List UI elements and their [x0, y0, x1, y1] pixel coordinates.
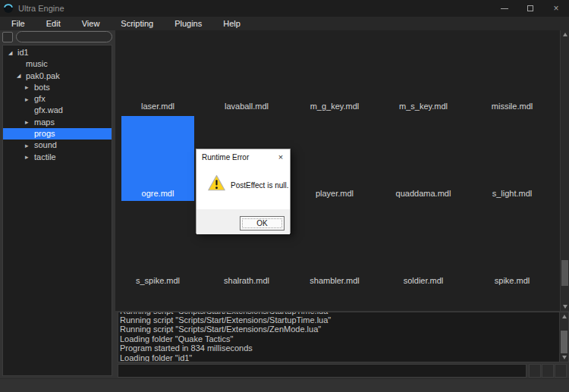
menu-help[interactable]: Help [212, 17, 251, 30]
sidebar-search-input[interactable] [16, 31, 112, 42]
menu-file[interactable]: File [1, 17, 36, 30]
asset-item[interactable]: s_spike.mdl [121, 203, 194, 288]
dialog-title-bar: Runtime Error × [196, 149, 290, 165]
status-bar [0, 378, 569, 392]
scroll-down-icon[interactable] [561, 303, 569, 311]
dialog-body: PostEffect is null. [196, 165, 290, 209]
collapsed-arrow-icon[interactable] [25, 81, 34, 93]
tree-item-maps[interactable]: maps [3, 117, 112, 128]
collapsed-arrow-icon[interactable] [25, 151, 34, 163]
scroll-down-icon[interactable] [560, 353, 568, 362]
collapsed-arrow-icon[interactable] [25, 116, 34, 128]
console-line: Loading folder "Quake Tactics" [120, 334, 558, 343]
menu-bar: File Edit View Scripting Plugins Help [0, 17, 569, 30]
tree-item-bots[interactable]: bots [3, 82, 112, 93]
scrollbar-thumb[interactable] [561, 331, 567, 353]
minimize-button[interactable] [492, 0, 517, 17]
expanded-arrow-icon[interactable] [8, 47, 17, 59]
dialog-message: PostEffect is null. [231, 181, 289, 190]
asset-item[interactable]: quaddama.mdl [387, 116, 460, 201]
asset-item[interactable]: shambler.mdl [298, 203, 371, 288]
tree-item-pak0-pak[interactable]: pak0.pak [3, 71, 112, 82]
collapsed-arrow-icon[interactable] [25, 93, 34, 105]
scrollbar-thumb[interactable] [561, 260, 568, 286]
asset-item[interactable]: s_light.mdl [476, 116, 549, 201]
asset-browser-panel: laser.mdl lavaball.mdl m_g_key.mdl m_s_k… [115, 30, 569, 311]
scroll-up-icon[interactable] [561, 30, 569, 39]
asset-item[interactable]: m_s_key.mdl [387, 30, 460, 114]
minimize-icon [501, 8, 508, 9]
dialog-title: Runtime Error [196, 153, 249, 162]
runtime-error-dialog: Runtime Error × PostEffect is null. OK [196, 149, 291, 234]
asset-item-selected[interactable]: ogre.mdl [121, 116, 194, 201]
dialog-close-button[interactable]: × [272, 149, 290, 165]
asset-browser-scrollbar[interactable] [560, 30, 569, 311]
sidebar-toggle-button[interactable] [2, 32, 13, 42]
collapsed-arrow-icon[interactable] [25, 140, 34, 152]
asset-item[interactable]: m_g_key.mdl [298, 30, 371, 114]
asset-item[interactable]: soldier.mdl [387, 203, 460, 288]
app-logo-icon [3, 3, 14, 14]
tree-item-sound[interactable]: sound [3, 140, 112, 151]
tree-item-gfx[interactable]: gfx [3, 93, 112, 105]
console-option-button-2[interactable] [542, 364, 554, 378]
scroll-up-icon[interactable] [560, 312, 568, 321]
close-icon: × [278, 152, 283, 162]
maximize-button[interactable] [517, 0, 543, 17]
menu-view[interactable]: View [71, 17, 111, 30]
window-controls: × [492, 0, 569, 17]
title-bar: Ultra Engine × [0, 0, 569, 17]
dialog-footer: OK [196, 209, 290, 234]
console-log-panel: Running script "Scripts/Start/Extensions… [118, 312, 569, 362]
console-line: Loading folder "id1" [120, 353, 558, 362]
app-window: Ultra Engine × File Edit View Scripting … [0, 0, 569, 392]
console-command-input[interactable] [118, 364, 527, 378]
menu-edit[interactable]: Edit [36, 17, 71, 30]
expanded-arrow-icon[interactable] [17, 70, 26, 82]
tree-item-music[interactable]: music [3, 58, 112, 70]
console-line: Running script "Scripts/Start/Extensions… [120, 325, 558, 334]
tree-item-id1[interactable]: id1 [3, 47, 112, 58]
tree-item-progs[interactable]: progs [3, 128, 112, 140]
close-button[interactable]: × [543, 0, 569, 17]
console-option-button-1[interactable] [529, 364, 541, 378]
window-title: Ultra Engine [18, 4, 64, 13]
console-log-text: Running script "Scripts/Start/Extensions… [120, 312, 558, 362]
asset-item[interactable]: laser.mdl [121, 30, 194, 114]
console-option-button-3[interactable] [555, 364, 567, 378]
asset-item[interactable]: lavaball.mdl [210, 30, 283, 114]
console-line: Running script "Scripts/Start/Extensions… [120, 315, 558, 325]
console-button-group [529, 364, 567, 378]
tree-item-gfx-wad[interactable]: gfx.wad [3, 105, 112, 116]
asset-item[interactable]: missile.mdl [476, 30, 549, 114]
console-scrollbar[interactable] [559, 312, 568, 362]
console-line: Program started in 834 milliseconds [120, 343, 558, 353]
menu-scripting[interactable]: Scripting [110, 17, 164, 30]
menu-plugins[interactable]: Plugins [164, 17, 212, 30]
close-icon: × [553, 4, 558, 13]
maximize-icon [527, 5, 533, 11]
tree-item-tactile[interactable]: tactile [3, 152, 112, 163]
warning-icon [207, 174, 226, 192]
asset-item[interactable]: spike.mdl [476, 203, 549, 288]
asset-item[interactable]: player.mdl [298, 116, 371, 201]
asset-tree-panel: id1 music pak0.pak bots gfx gfx.wad maps… [2, 45, 112, 376]
ok-button[interactable]: OK [240, 216, 284, 230]
